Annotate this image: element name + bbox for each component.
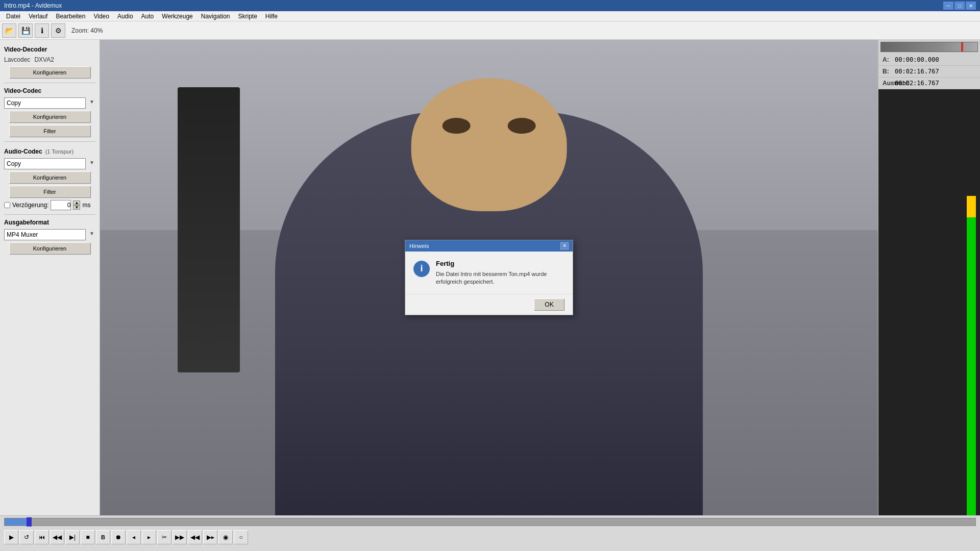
ab-slider[interactable] (880, 42, 978, 52)
timecode-b-label: B: (883, 68, 895, 75)
menu-video[interactable]: Video (89, 12, 113, 21)
dialog-title: Hinweis (409, 243, 429, 249)
fast-forward-button[interactable]: ▶▶ (173, 530, 187, 544)
maximize-button[interactable]: □ (954, 2, 965, 10)
delay-increment-button[interactable]: ▲ (73, 201, 80, 205)
divider-3 (4, 214, 95, 215)
video-codec-select[interactable]: Copy MP4v (FFmpeg) x264 x265 (4, 97, 86, 109)
menu-hilfe[interactable]: Hilfe (261, 12, 282, 21)
dialog-footer: OK (405, 294, 573, 315)
output-format-dropdown-wrapper: MP4 Muxer AVI Muxer MKV Muxer ▼ (4, 229, 95, 240)
dialog-heading: Fertig (436, 260, 565, 267)
hinweis-dialog: Hinweis ✕ i Fertig Die Datei Intro mit b… (405, 240, 573, 316)
video-codec-filter-button[interactable]: Filter (9, 125, 91, 137)
titlebar-controls: ─ □ ✕ (943, 2, 976, 10)
timeline-area: ▶ ↺ ⏮ ◀◀ ▶| ■ B ⏺ ◂ ▸ ✂ ▶▶ ◀◀ ▶▸ ◉ ○ (0, 515, 980, 551)
audio-codec-filter-button[interactable]: Filter (9, 186, 91, 198)
minimize-button[interactable]: ─ (943, 2, 953, 10)
output-format-title: Ausgabeformat (4, 219, 95, 226)
mark-button[interactable]: ○ (234, 530, 248, 544)
toolbar-open-button[interactable]: 📂 (2, 23, 16, 38)
rewind-button[interactable]: ◀◀ (188, 530, 202, 544)
timecode-a-row: A: 00:00:00.000 (878, 54, 980, 66)
next-frame-button[interactable]: ▶| (65, 530, 80, 544)
toolbar: 📂 💾 ℹ ⚙ Zoom: 40% (0, 21, 980, 40)
prev-keyframe-button[interactable]: ◂ (127, 530, 141, 544)
ab-slider-marker (961, 42, 963, 52)
stop-button[interactable]: ■ (81, 530, 95, 544)
menu-auto[interactable]: Auto (137, 12, 158, 21)
timecode-auswahl-label: Auswahl: (883, 80, 895, 87)
dialog-message: Die Datei Intro mit besserem Ton.mp4 wur… (436, 270, 565, 286)
audio-codec-header: Audio-Codec (1 Tonspur) (4, 146, 95, 158)
video-codec-configure-button[interactable]: Konfigurieren (9, 111, 91, 123)
audio-codec-title: Audio-Codec (4, 148, 42, 155)
audio-codec-select[interactable]: Copy MP3 (Lame) AAC (Faac) AC3 (FFmpeg) (4, 158, 86, 169)
seek-bwd-button[interactable]: ◉ (218, 530, 233, 544)
app-title: Intro.mp4 - Avidemux (4, 2, 62, 9)
toolbar-settings-button[interactable]: ⚙ (51, 23, 65, 38)
delay-checkbox[interactable] (4, 202, 10, 208)
divider-2 (4, 141, 95, 142)
timecode-auswahl-row: Auswahl: 00:02:16.767 (878, 78, 980, 89)
video-frame: Hinweis ✕ i Fertig Die Datei Intro mit b… (100, 40, 878, 515)
menu-werkzeuge[interactable]: Werkzeuge (158, 12, 197, 21)
right-panel: A: 00:00:00.000 B: 00:02:16.767 Auswahl:… (878, 40, 980, 515)
volume-yellow-bar (967, 196, 976, 217)
timecode-a-label: A: (883, 56, 895, 63)
video-codec-dropdown-wrapper: Copy MP4v (FFmpeg) x264 x265 ▼ (4, 97, 95, 109)
timeline-position-marker (27, 517, 32, 527)
delay-spinner: ▲ ▼ (73, 201, 80, 210)
timeline-bar[interactable] (4, 518, 976, 526)
timeline-progress (5, 518, 29, 525)
volume-green-bar (967, 217, 976, 516)
video-area: Hinweis ✕ i Fertig Die Datei Intro mit b… (100, 40, 878, 515)
record-button[interactable]: ⏺ (111, 530, 126, 544)
menu-verlauf[interactable]: Verlauf (24, 12, 52, 21)
timecode-b-row: B: 00:02:16.767 (878, 66, 980, 78)
delay-decrement-button[interactable]: ▼ (73, 205, 80, 210)
delay-row: Verzögerung: ▲ ▼ ms (4, 200, 95, 210)
set-b-button[interactable]: B (96, 530, 110, 544)
video-codec-dropdown-arrow-icon: ▼ (89, 99, 94, 105)
toolbar-info-button[interactable]: ℹ (35, 23, 49, 38)
menu-datei[interactable]: Datei (2, 12, 24, 21)
dialog-ok-button[interactable]: OK (534, 298, 565, 311)
audio-codec-dropdown-wrapper: Copy MP3 (Lame) AAC (Faac) AC3 (FFmpeg) … (4, 158, 95, 169)
video-decoder-configure-button[interactable]: Konfigurieren (9, 66, 91, 79)
volume-bar (878, 89, 980, 515)
menu-bearbeiten[interactable]: Bearbeiten (52, 12, 89, 21)
delay-label: Verzögerung: (12, 202, 48, 209)
output-format-dropdown-arrow-icon: ▼ (89, 231, 94, 236)
dxva2-label: DXVA2 (34, 56, 54, 63)
goto-start-button[interactable]: ⏮ (35, 530, 49, 544)
lavcodec-label: Lavcodec (4, 56, 30, 63)
dialog-overlay: Hinweis ✕ i Fertig Die Datei Intro mit b… (100, 40, 878, 515)
dialog-content: Fertig Die Datei Intro mit besserem Ton.… (436, 260, 565, 286)
dialog-titlebar: Hinweis ✕ (405, 240, 573, 252)
toolbar-save-button[interactable]: 💾 (18, 23, 33, 38)
dialog-close-button[interactable]: ✕ (560, 242, 569, 249)
menu-skripte[interactable]: Skripte (234, 12, 261, 21)
prev-frame-button[interactable]: ◀◀ (50, 530, 64, 544)
zoom-label: Zoom: 40% (71, 27, 103, 34)
timecode-auswahl-value: 00:02:16.767 (895, 80, 939, 87)
loop-button[interactable]: ↺ (19, 530, 34, 544)
menu-navigation[interactable]: Navigation (197, 12, 234, 21)
next-keyframe-button[interactable]: ▸ (142, 530, 156, 544)
menu-audio[interactable]: Audio (113, 12, 137, 21)
cut-button[interactable]: ✂ (157, 530, 172, 544)
delay-unit-label: ms (82, 202, 90, 209)
audio-codec-configure-button[interactable]: Konfigurieren (9, 171, 91, 184)
delay-input[interactable] (51, 200, 71, 210)
titlebar: Intro.mp4 - Avidemux ─ □ ✕ (0, 0, 980, 11)
video-decoder-codecs: Lavcodec DXVA2 (4, 56, 95, 63)
dialog-info-icon: i (413, 261, 430, 277)
play-button[interactable]: ▶ (4, 530, 18, 544)
output-format-select[interactable]: MP4 Muxer AVI Muxer MKV Muxer (4, 229, 86, 240)
seek-fwd-button[interactable]: ▶▸ (203, 530, 217, 544)
dialog-body: i Fertig Die Datei Intro mit besserem To… (405, 252, 573, 294)
audio-codec-dropdown-arrow-icon: ▼ (89, 160, 94, 165)
close-button[interactable]: ✕ (966, 2, 976, 10)
output-format-configure-button[interactable]: Konfigurieren (9, 242, 91, 255)
